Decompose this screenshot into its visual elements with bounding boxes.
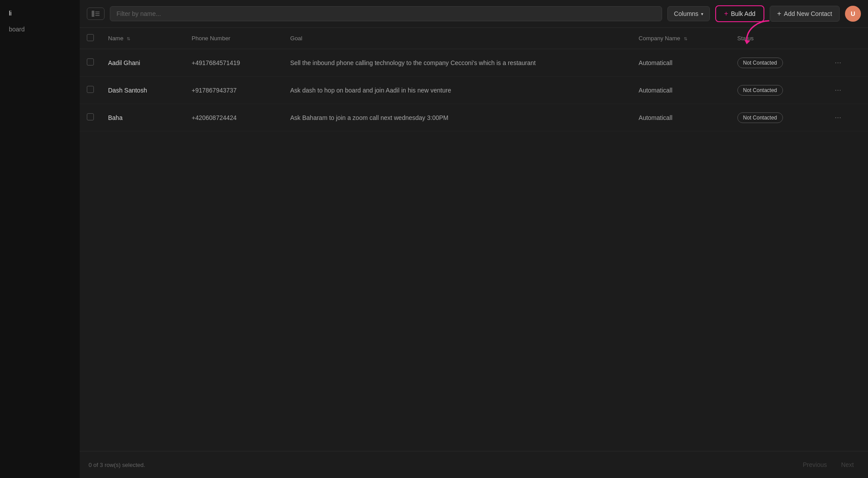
sidebar-item-board[interactable]: board [5,23,74,35]
sidebar-item-li[interactable]: li [5,7,74,19]
more-menu-button-2[interactable]: ··· [831,111,845,124]
svg-rect-0 [92,11,94,17]
search-input[interactable] [110,6,662,21]
row-goal-0: Sell the inbound phone calling technolog… [283,49,632,77]
row-phone-1: +917867943737 [185,77,283,104]
row-checkbox-2[interactable] [87,113,94,120]
contacts-table: Name ⇅ Phone Number Goal Company Name ⇅ [80,28,868,131]
select-all-header[interactable] [80,28,101,49]
row-name-2: Baha [101,104,185,131]
row-checkbox-1[interactable] [87,86,94,93]
row-company-0: Automaticall [632,49,730,77]
table-row: Baha +420608724424 Ask Baharam to join a… [80,104,868,131]
bulk-add-button[interactable]: + Bulk Add [715,5,764,22]
row-checkbox-cell-2[interactable] [80,104,101,131]
row-name-1: Dash Santosh [101,77,185,104]
avatar[interactable]: U [845,6,861,22]
row-status-0: Not Contacted [730,49,824,77]
row-company-1: Automaticall [632,77,730,104]
row-name-0: Aadil Ghani [101,49,185,77]
row-phone-0: +4917684571419 [185,49,283,77]
plus-icon-contact: + [777,10,781,18]
more-menu-button-0[interactable]: ··· [831,56,845,69]
sidebar: li board [0,0,80,478]
sort-icon-name: ⇅ [127,36,130,41]
selection-status: 0 of 3 row(s) selected. [89,462,145,468]
row-checkbox-0[interactable] [87,58,94,66]
table-body: Aadil Ghani +4917684571419 Sell the inbo… [80,49,868,131]
row-checkbox-cell-1[interactable] [80,77,101,104]
select-all-checkbox[interactable] [87,34,94,41]
bulk-add-wrapper: + Bulk Add [715,5,764,22]
sort-icon-company: ⇅ [684,36,687,41]
footer: 0 of 3 row(s) selected. Previous Next [80,451,868,478]
column-header-name[interactable]: Name ⇅ [101,28,185,49]
next-button[interactable]: Next [836,459,859,471]
svg-rect-1 [95,12,100,12]
chevron-down-icon: ▾ [701,12,703,16]
svg-rect-3 [95,15,100,16]
main-content: Columns ▾ + Bulk Add + Add New Contact U [80,0,868,478]
row-phone-2: +420608724424 [185,104,283,131]
table-row: Aadil Ghani +4917684571419 Sell the inbo… [80,49,868,77]
column-header-actions [824,28,868,49]
table-row: Dash Santosh +917867943737 Ask dash to h… [80,77,868,104]
add-contact-button[interactable]: + Add New Contact [770,6,840,22]
column-header-company[interactable]: Company Name ⇅ [632,28,730,49]
contacts-table-container: Name ⇅ Phone Number Goal Company Name ⇅ [80,28,868,451]
toolbar: Columns ▾ + Bulk Add + Add New Contact U [80,0,868,28]
avatar-initials: U [851,10,855,17]
column-header-status: Status [730,28,824,49]
table-header-row: Name ⇅ Phone Number Goal Company Name ⇅ [80,28,868,49]
row-status-1: Not Contacted [730,77,824,104]
row-actions-0[interactable]: ··· [824,49,868,77]
column-header-phone: Phone Number [185,28,283,49]
previous-button[interactable]: Previous [798,459,832,471]
row-status-2: Not Contacted [730,104,824,131]
columns-button[interactable]: Columns ▾ [667,6,710,21]
row-company-2: Automaticall [632,104,730,131]
column-header-goal: Goal [283,28,632,49]
status-badge-2: Not Contacted [737,112,783,123]
bulk-add-label: Bulk Add [731,10,755,17]
sidebar-toggle-button[interactable] [87,8,105,20]
status-badge-0: Not Contacted [737,58,783,68]
row-actions-2[interactable]: ··· [824,104,868,131]
more-menu-button-1[interactable]: ··· [831,84,845,96]
row-actions-1[interactable]: ··· [824,77,868,104]
row-checkbox-cell-0[interactable] [80,49,101,77]
columns-label: Columns [674,10,698,17]
svg-rect-2 [95,13,100,14]
plus-icon: + [724,10,728,18]
row-goal-2: Ask Baharam to join a zoom call next wed… [283,104,632,131]
add-contact-label: Add New Contact [784,10,832,17]
row-goal-1: Ask dash to hop on board and join Aadil … [283,77,632,104]
pagination: Previous Next [798,459,859,471]
status-badge-1: Not Contacted [737,85,783,96]
